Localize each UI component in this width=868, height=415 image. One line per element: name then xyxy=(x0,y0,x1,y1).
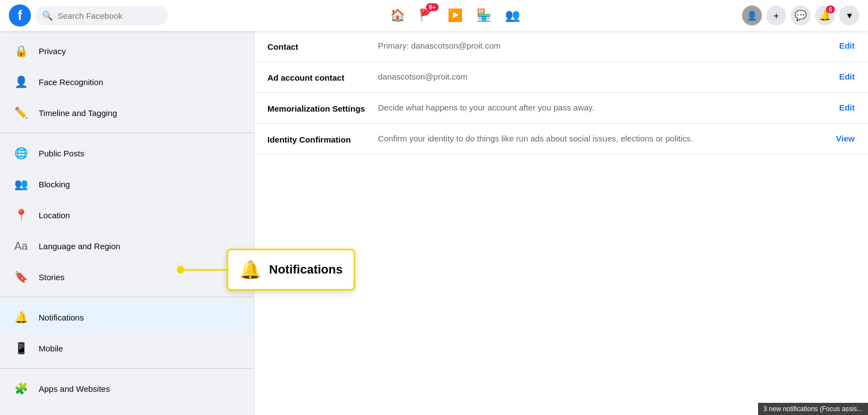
sidebar-label-blocking: Blocking xyxy=(39,180,70,189)
settings-value-ad-account-contact: danascotson@proit.com xyxy=(378,72,839,81)
page-layout: 🔒Privacy👤Face Recognition✏️Timeline and … xyxy=(0,31,868,415)
sidebar-label-mobile: Mobile xyxy=(39,344,63,353)
notifications-tooltip: 🔔 Notifications xyxy=(227,249,355,291)
settings-label-contact: Contact xyxy=(267,41,378,51)
sidebar-item-instant-games[interactable]: 🎮Instant Games xyxy=(0,404,254,415)
marketplace-button[interactable]: 🏪 xyxy=(471,2,497,29)
sidebar-label-language-region: Language and Region xyxy=(39,241,120,251)
search-input[interactable] xyxy=(57,11,161,20)
search-box[interactable]: 🔍 xyxy=(35,6,168,25)
tooltip-bell-icon: 🔔 xyxy=(239,259,261,280)
stories-icon: 🔖 xyxy=(11,267,31,287)
apps-websites-icon: 🧩 xyxy=(11,379,31,398)
sidebar-label-face-recognition: Face Recognition xyxy=(39,77,103,87)
settings-row-ad-account-contact: Ad account contactdanascotson@proit.comE… xyxy=(254,62,868,93)
sidebar-item-apps-websites[interactable]: 🧩Apps and Websites xyxy=(0,373,254,404)
sidebar-item-language-region[interactable]: AaLanguage and Region xyxy=(0,230,254,261)
tooltip-arrow xyxy=(177,266,229,274)
tooltip-label: Notifications xyxy=(269,262,343,277)
messenger-button[interactable]: 💬 xyxy=(791,6,811,25)
sidebar-item-blocking[interactable]: 👥Blocking xyxy=(0,169,254,199)
privacy-icon: 🔒 xyxy=(11,41,31,61)
settings-value-contact: Primary: danascotson@proit.com xyxy=(378,41,839,50)
sidebar-item-mobile[interactable]: 📱Mobile xyxy=(0,333,254,364)
news-feed-badge: 9+ xyxy=(426,3,439,11)
sidebar: 🔒Privacy👤Face Recognition✏️Timeline and … xyxy=(0,31,254,415)
watch-button[interactable]: ▶️ xyxy=(442,2,469,29)
top-navigation: f 🔍 🏠 🚩 9+ ▶️ 🏪 👥 👤 ＋ 💬 🔔 6 ▾ xyxy=(0,0,868,31)
sidebar-label-public-posts: Public Posts xyxy=(39,149,85,158)
settings-label-identity-confirmation: Identity Confirmation xyxy=(267,134,378,144)
notifications-icon: 🔔 xyxy=(11,307,31,327)
status-message: 3 new notifications (Focus assis... xyxy=(764,405,862,413)
tooltip-box: 🔔 Notifications xyxy=(227,249,355,291)
public-posts-icon: 🌐 xyxy=(11,143,31,163)
marketplace-icon: 🏪 xyxy=(476,8,491,23)
groups-button[interactable]: 👥 xyxy=(499,2,526,29)
sidebar-divider xyxy=(0,297,254,297)
sidebar-label-apps-websites: Apps and Websites xyxy=(39,384,110,393)
face-recognition-icon: 👤 xyxy=(11,72,31,92)
sidebar-label-location: Location xyxy=(39,211,70,220)
instant-games-icon: 🎮 xyxy=(11,409,31,415)
watch-icon: ▶️ xyxy=(448,8,462,23)
language-region-icon: Aa xyxy=(11,236,31,256)
menu-button[interactable]: ▾ xyxy=(839,6,859,25)
groups-icon: 👥 xyxy=(505,8,520,23)
nav-center: 🏠 🚩 9+ ▶️ 🏪 👥 xyxy=(172,2,738,29)
sidebar-item-notifications[interactable]: 🔔Notifications xyxy=(0,302,254,333)
sidebar-label-stories: Stories xyxy=(39,272,65,282)
nav-right: 👤 ＋ 💬 🔔 6 ▾ xyxy=(742,6,859,25)
settings-label-ad-account-contact: Ad account contact xyxy=(267,72,378,82)
settings-action-contact[interactable]: Edit xyxy=(839,41,855,50)
sidebar-divider xyxy=(0,133,254,133)
sidebar-label-timeline-tagging: Timeline and Tagging xyxy=(39,108,117,118)
sidebar-label-notifications: Notifications xyxy=(39,313,84,322)
mobile-icon: 📱 xyxy=(11,338,31,358)
sidebar-item-timeline-tagging[interactable]: ✏️Timeline and Tagging xyxy=(0,97,254,128)
sidebar-item-face-recognition[interactable]: 👤Face Recognition xyxy=(0,66,254,97)
facebook-logo[interactable]: f xyxy=(9,4,31,27)
user-avatar[interactable]: 👤 xyxy=(742,6,762,25)
search-icon: 🔍 xyxy=(42,10,53,21)
news-feed-button[interactable]: 🚩 9+ xyxy=(413,2,440,29)
arrow-line xyxy=(185,269,229,271)
avatar-image: 👤 xyxy=(742,6,762,25)
settings-action-ad-account-contact[interactable]: Edit xyxy=(839,72,855,81)
arrow-dot xyxy=(177,266,185,274)
settings-action-identity-confirmation[interactable]: View xyxy=(836,134,855,143)
home-button[interactable]: 🏠 xyxy=(385,2,411,29)
sidebar-label-privacy: Privacy xyxy=(39,46,66,56)
sidebar-item-public-posts[interactable]: 🌐Public Posts xyxy=(0,138,254,169)
blocking-icon: 👥 xyxy=(11,174,31,194)
location-icon: 📍 xyxy=(11,205,31,225)
notifications-badge: 6 xyxy=(826,6,835,13)
settings-value-memorialization-settings: Decide what happens to your account afte… xyxy=(378,103,839,112)
add-button[interactable]: ＋ xyxy=(766,6,786,25)
timeline-tagging-icon: ✏️ xyxy=(11,103,31,123)
settings-label-memorialization-settings: Memorialization Settings xyxy=(267,103,378,113)
settings-row-contact: ContactPrimary: danascotson@proit.comEdi… xyxy=(254,31,868,62)
settings-value-identity-confirmation: Confirm your identity to do things like … xyxy=(378,134,836,143)
sidebar-divider xyxy=(0,368,254,369)
sidebar-item-location[interactable]: 📍Location xyxy=(0,199,254,230)
sidebar-item-privacy[interactable]: 🔒Privacy xyxy=(0,35,254,66)
settings-action-memorialization-settings[interactable]: Edit xyxy=(839,103,855,112)
bottom-status-bar: 3 new notifications (Focus assis... xyxy=(758,403,868,415)
content-panel: ContactPrimary: danascotson@proit.comEdi… xyxy=(254,31,868,415)
main-content: ContactPrimary: danascotson@proit.comEdi… xyxy=(254,31,868,415)
settings-row-identity-confirmation: Identity ConfirmationConfirm your identi… xyxy=(254,124,868,155)
notifications-button[interactable]: 🔔 6 xyxy=(815,6,835,25)
settings-row-memorialization-settings: Memorialization SettingsDecide what happ… xyxy=(254,93,868,124)
home-icon: 🏠 xyxy=(390,8,405,23)
